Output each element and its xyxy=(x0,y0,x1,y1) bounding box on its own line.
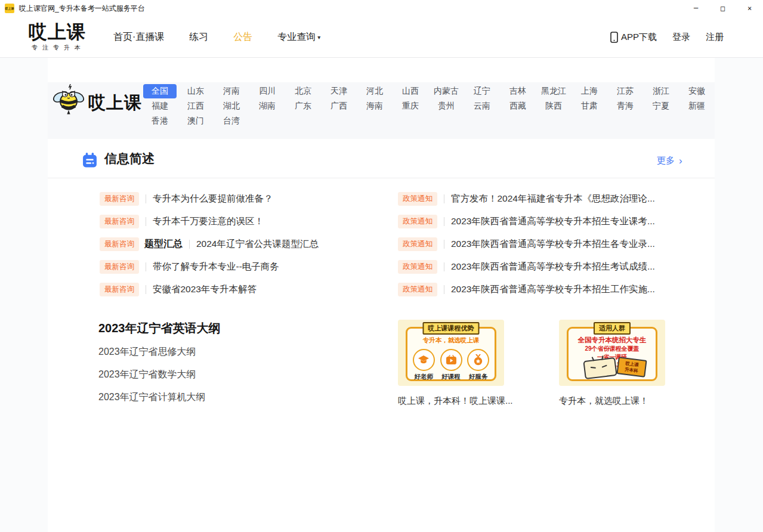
news-item[interactable]: 最新咨询 安徽省2023年专升本解答 xyxy=(100,278,319,301)
region-label: 江西 xyxy=(182,99,209,113)
region-item[interactable]: 河北 xyxy=(357,83,393,98)
news-list-right: 政策通知 官方发布！2024年福建省专升本《思想政治理论... 政策通知 202… xyxy=(398,187,655,301)
register-button[interactable]: 注册 xyxy=(706,32,724,43)
region-item[interactable]: 云南 xyxy=(464,98,500,113)
region-item[interactable]: 江西 xyxy=(178,98,214,113)
region-item[interactable]: 广东 xyxy=(285,98,321,113)
region-label: 全国 xyxy=(143,84,177,98)
page-body: 哎上课 全国山东河南四川北京天津河北山西内蒙古辽宁吉林黑龙江上海江苏浙江安徽 福… xyxy=(0,58,763,532)
promo-banner: 适用人群 xyxy=(594,322,631,335)
region-label: 宁夏 xyxy=(647,99,675,113)
news-divider xyxy=(146,217,146,226)
close-button[interactable]: × xyxy=(736,0,763,17)
region-item[interactable]: 辽宁 xyxy=(464,83,500,98)
maximize-button[interactable]: □ xyxy=(709,0,736,17)
outline-item[interactable]: 2023年辽宁省数学大纲 xyxy=(98,369,196,381)
nav-label: 练习 xyxy=(189,31,208,44)
section-divider xyxy=(48,178,715,178)
region-item[interactable]: 西藏 xyxy=(500,98,536,113)
site-logo[interactable]: 哎上课 专注专升本 xyxy=(29,23,86,52)
tv-play-icon xyxy=(440,349,462,371)
promo-card-audience[interactable]: 适用人群 全国专升本统招大专生29个省份课程全覆盖一省一调研一纲一研发 哎上课 … xyxy=(559,320,665,386)
window-controls: ─ □ × xyxy=(682,0,763,17)
region-label: 安徽 xyxy=(683,84,711,98)
region-label: 湖北 xyxy=(218,99,245,113)
window-titlebar: 哎上课 哎上课官网_专升本备考一站式服务平台 ─ □ × xyxy=(0,0,763,17)
region-label: 黑龙江 xyxy=(536,84,572,98)
region-label: 台湾 xyxy=(218,114,245,128)
news-item[interactable]: 政策通知 2023年陕西省普通高等学校专升本招生各专业录... xyxy=(398,233,655,255)
promo-card-course-advantages[interactable]: 哎上课课程优势 专升本，就选哎上课 好老师 xyxy=(398,320,504,386)
region-item[interactable]: 新疆 xyxy=(679,98,715,113)
region-item[interactable]: 海南 xyxy=(357,98,393,113)
region-item[interactable]: 江苏 xyxy=(607,83,643,98)
region-label: 陕西 xyxy=(540,99,567,113)
news-item[interactable]: 政策通知 2023年陕西省普通高等学校专升本招生专业课考... xyxy=(398,210,655,233)
box-mascot-icon xyxy=(583,357,617,379)
nav-item-practice[interactable]: 练习 xyxy=(189,31,208,44)
region-item[interactable]: 甘肃 xyxy=(572,98,607,113)
region-item[interactable]: 宁夏 xyxy=(643,98,679,113)
region-item[interactable]: 安徽 xyxy=(679,83,715,98)
region-item[interactable]: 湖南 xyxy=(249,98,285,113)
outline-heading[interactable]: 2023年辽宁省英语大纲 xyxy=(98,320,221,336)
more-link[interactable]: 更多 › xyxy=(657,155,682,166)
promo-caption-2[interactable]: 专升本，就选哎上课！ xyxy=(559,395,648,407)
logo-wordmark: 哎上课 xyxy=(29,23,86,41)
promo-subtitle: 专升本，就选哎上课 xyxy=(407,336,495,345)
app-icon: 哎上课 xyxy=(5,4,14,13)
login-button[interactable]: 登录 xyxy=(672,32,690,43)
region-item[interactable]: 香港 xyxy=(142,113,178,128)
region-item[interactable]: 贵州 xyxy=(428,98,464,113)
nav-item-major-search[interactable]: 专业查询 ▾ xyxy=(277,31,320,44)
news-item[interactable]: 政策通知 2023年陕西省普通高等学校专升本招生工作实施... xyxy=(398,278,655,301)
region-item[interactable]: 内蒙古 xyxy=(428,83,464,98)
promo-frame: 适用人群 全国专升本统招大专生29个省份课程全覆盖一省一调研一纲一研发 哎上课 … xyxy=(567,327,657,381)
news-item[interactable]: 最新咨询 专升本为什么要提前做准备？ xyxy=(100,187,319,210)
feature-label: 好课程 xyxy=(441,373,461,381)
region-item[interactable]: 山西 xyxy=(393,83,428,98)
news-item[interactable]: 政策通知 官方发布！2024年福建省专升本《思想政治理论... xyxy=(398,187,655,210)
nav-item-announcements[interactable]: 公告 xyxy=(233,31,252,44)
maximize-icon: □ xyxy=(721,4,725,13)
region-item[interactable]: 广西 xyxy=(321,98,357,113)
region-item[interactable]: 青海 xyxy=(607,98,643,113)
region-label: 澳门 xyxy=(182,114,209,128)
region-item[interactable]: 澳门 xyxy=(178,113,214,128)
news-item[interactable]: 最新咨询 带你了解专升本专业--电子商务 xyxy=(100,255,319,278)
news-badge: 最新咨询 xyxy=(100,237,139,251)
region-label: 海南 xyxy=(361,99,388,113)
minimize-button[interactable]: ─ xyxy=(682,0,709,17)
news-item[interactable]: 最新咨询 题型汇总 2024年辽宁省公共课题型汇总 xyxy=(100,233,319,255)
section-title: 信息简述 xyxy=(104,150,155,167)
news-title: 专升本为什么要提前做准备？ xyxy=(153,193,273,205)
region-label: 辽宁 xyxy=(468,84,496,98)
region-item[interactable]: 湖北 xyxy=(214,98,249,113)
region-label: 香港 xyxy=(146,114,174,128)
nav-item-home[interactable]: 首页·直播课 xyxy=(113,31,164,44)
region-item[interactable]: 上海 xyxy=(572,83,607,98)
region-item[interactable]: 山东 xyxy=(178,83,214,98)
region-item[interactable]: 河南 xyxy=(214,83,249,98)
promo-caption-1[interactable]: 哎上课，升本科！哎上课课... xyxy=(398,395,513,407)
region-item[interactable]: 天津 xyxy=(321,83,357,98)
app-download-button[interactable]: APP下载 xyxy=(610,32,657,43)
region-item[interactable]: 黑龙江 xyxy=(536,83,572,98)
region-item[interactable]: 陕西 xyxy=(536,98,572,113)
region-item[interactable]: 北京 xyxy=(285,83,321,98)
region-item[interactable]: 全国 xyxy=(142,83,178,98)
region-item[interactable]: 吉林 xyxy=(500,83,536,98)
region-item[interactable]: 台湾 xyxy=(214,113,249,128)
news-title: 2023年陕西省普通高等学校专升本招生工作实施... xyxy=(451,283,655,296)
region-item[interactable]: 浙江 xyxy=(643,83,679,98)
app-window: 哎上课 哎上课官网_专升本备考一站式服务平台 ─ □ × 哎上课 专注专升本 首… xyxy=(0,0,763,532)
news-item[interactable]: 最新咨询 专升本千万要注意的误区！ xyxy=(100,210,319,233)
region-item[interactable]: 福建 xyxy=(142,98,178,113)
outline-item[interactable]: 2023年辽宁省思修大纲 xyxy=(98,346,196,358)
news-divider xyxy=(444,217,444,226)
region-item[interactable]: 四川 xyxy=(249,83,285,98)
outline-item[interactable]: 2023年辽宁省计算机大纲 xyxy=(98,391,206,404)
news-item[interactable]: 政策通知 2023年陕西省普通高等学校专升本招生考试成绩... xyxy=(398,255,655,278)
nav-label: 首页·直播课 xyxy=(113,31,164,44)
region-item[interactable]: 重庆 xyxy=(393,98,428,113)
